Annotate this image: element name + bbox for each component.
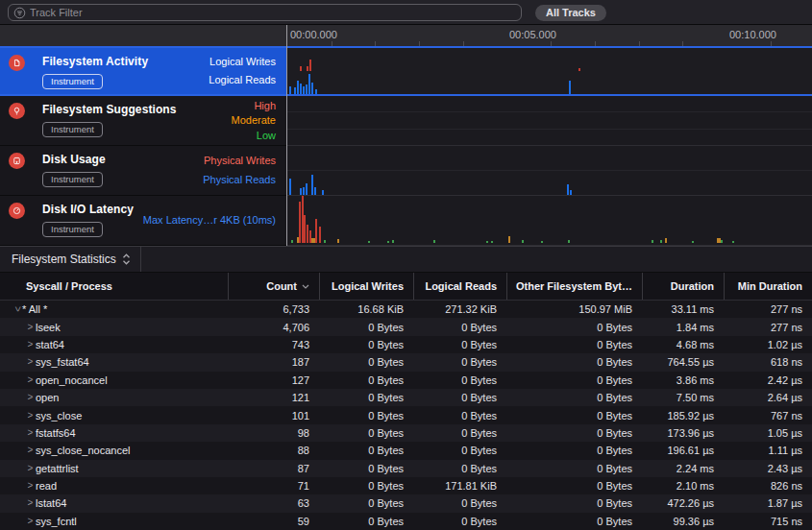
lane-logical-reads[interactable] bbox=[287, 71, 812, 94]
table-row[interactable]: >fstatfs64980 Bytes0 Bytes0 Bytes173.96 … bbox=[0, 424, 812, 442]
panel-divider[interactable] bbox=[286, 25, 287, 246]
table-cell: 173.96 µs bbox=[642, 427, 724, 439]
disclosure-expanded-icon[interactable]: > bbox=[12, 304, 22, 315]
track-list: Filesystem Activity Instrument Logical W… bbox=[0, 46, 812, 246]
table-cell: 0 Bytes bbox=[506, 410, 642, 422]
table-cell: 171.81 KiB bbox=[413, 480, 506, 492]
table-row[interactable]: >getattrlist870 Bytes0 Bytes0 Bytes2.24 … bbox=[0, 460, 812, 477]
disclosure-collapsed-icon[interactable]: > bbox=[25, 428, 36, 438]
table-row[interactable]: >* All *6,73316.68 KiB271.32 KiB150.97 M… bbox=[0, 301, 812, 318]
instrument-badge[interactable]: Instrument bbox=[42, 74, 103, 89]
table-row[interactable]: >sys_fcntl590 Bytes0 Bytes0 Bytes99.36 µ… bbox=[0, 513, 812, 530]
track-filter-input[interactable] bbox=[26, 7, 521, 18]
graph-bar bbox=[303, 187, 305, 195]
track-disk-usage[interactable]: Disk Usage Instrument Physical Writes Ph… bbox=[0, 146, 812, 196]
lane-latency[interactable] bbox=[287, 196, 812, 245]
table-cell: 0 Bytes bbox=[506, 392, 642, 403]
timeline-ruler[interactable]: 00:00.000 00:05.000 00:10.000 bbox=[0, 25, 812, 46]
table-cell: 764.55 µs bbox=[642, 356, 724, 368]
table-cell: 0 Bytes bbox=[413, 322, 506, 333]
detail-view-selector[interactable]: Filesystem Statistics bbox=[0, 247, 141, 272]
table-cell: 0 Bytes bbox=[413, 516, 506, 527]
table-row[interactable]: >lstat64630 Bytes0 Bytes0 Bytes472.26 µs… bbox=[0, 494, 812, 512]
disclosure-collapsed-icon[interactable]: > bbox=[25, 481, 36, 491]
track-filter-field[interactable] bbox=[8, 4, 522, 21]
graph-bar bbox=[392, 240, 394, 243]
graph-bar bbox=[721, 240, 723, 243]
track-header[interactable]: Disk I/O Latency Instrument Max Latency…… bbox=[0, 196, 287, 246]
instrument-badge[interactable]: Instrument bbox=[42, 172, 103, 187]
graph-bar bbox=[319, 227, 321, 243]
graph-bar bbox=[569, 81, 571, 94]
series-label-moderate: Moderate bbox=[232, 115, 276, 126]
table-cell: 0 Bytes bbox=[319, 480, 413, 492]
table-cell: 150.97 MiB bbox=[506, 303, 642, 315]
lane-logical-writes[interactable] bbox=[287, 48, 812, 71]
table-cell: 33.11 ms bbox=[642, 303, 724, 315]
table-cell: 2.42 µs bbox=[724, 374, 812, 386]
sort-descending-icon bbox=[302, 284, 309, 289]
column-header-logical-writes[interactable]: Logical Writes bbox=[319, 273, 413, 300]
series-label-logical-writes: Logical Writes bbox=[209, 57, 276, 67]
column-header-count[interactable]: Count bbox=[228, 273, 319, 300]
track-graph-disk-io-latency[interactable] bbox=[287, 196, 812, 246]
track-header[interactable]: Disk Usage Instrument Physical Writes Ph… bbox=[0, 146, 287, 196]
filesystem-suggestions-icon bbox=[9, 103, 25, 119]
graph-bar bbox=[433, 240, 435, 243]
table-cell: 0 Bytes bbox=[319, 410, 413, 422]
table-cell: 0 Bytes bbox=[506, 480, 642, 492]
disclosure-collapsed-icon[interactable]: > bbox=[25, 375, 36, 385]
column-header-duration[interactable]: Duration bbox=[642, 273, 724, 300]
track-disk-io-latency[interactable]: Disk I/O Latency Instrument Max Latency…… bbox=[0, 196, 812, 246]
disclosure-collapsed-icon[interactable]: > bbox=[25, 393, 36, 402]
syscall-name: read bbox=[36, 480, 57, 492]
track-header[interactable]: Filesystem Suggestions Instrument High M… bbox=[0, 96, 287, 146]
track-graph-filesystem-suggestions[interactable] bbox=[287, 96, 812, 146]
column-header-other-filesystem[interactable]: Other Filesystem Byt… bbox=[506, 273, 642, 300]
disclosure-collapsed-icon[interactable]: > bbox=[25, 446, 36, 455]
table-cell: 127 bbox=[228, 374, 319, 386]
table-cell: 1.87 µs bbox=[724, 497, 812, 509]
table-row[interactable]: >sys_fstat641870 Bytes0 Bytes0 Bytes764.… bbox=[0, 353, 812, 371]
lane-physical-reads[interactable] bbox=[287, 171, 812, 195]
table-row[interactable]: >sys_close1010 Bytes0 Bytes0 Bytes185.92… bbox=[0, 406, 812, 423]
graph-bar bbox=[568, 240, 570, 243]
column-header-min-duration[interactable]: Min Duration bbox=[724, 273, 812, 300]
track-filesystem-activity[interactable]: Filesystem Activity Instrument Logical W… bbox=[0, 46, 812, 96]
table-row[interactable]: >stat647430 Bytes0 Bytes0 Bytes4.68 ms1.… bbox=[0, 336, 812, 353]
column-header-syscall-process[interactable]: Syscall / Process bbox=[0, 273, 228, 300]
table-cell: 99.36 µs bbox=[642, 516, 724, 527]
syscall-name: sys_close_nocancel bbox=[36, 445, 130, 456]
track-graph-filesystem-activity[interactable] bbox=[287, 48, 812, 94]
graph-bar bbox=[315, 219, 317, 243]
table-row[interactable]: >open1210 Bytes0 Bytes0 Bytes7.50 ms2.64… bbox=[0, 389, 812, 406]
disclosure-collapsed-icon[interactable]: > bbox=[25, 323, 36, 332]
lane-high[interactable] bbox=[287, 96, 812, 112]
table-row[interactable]: >lseek4,7060 Bytes0 Bytes0 Bytes1.84 ms2… bbox=[0, 318, 812, 335]
disclosure-collapsed-icon[interactable]: > bbox=[25, 517, 36, 526]
lane-low[interactable] bbox=[287, 130, 812, 145]
lane-moderate[interactable] bbox=[287, 112, 812, 129]
table-row[interactable]: >sys_close_nocancel880 Bytes0 Bytes0 Byt… bbox=[0, 442, 812, 459]
column-header-logical-reads[interactable]: Logical Reads bbox=[413, 273, 506, 300]
lane-physical-writes[interactable] bbox=[287, 146, 812, 171]
disclosure-collapsed-icon[interactable]: > bbox=[25, 357, 36, 367]
disclosure-collapsed-icon[interactable]: > bbox=[25, 411, 36, 421]
all-tracks-button[interactable]: All Tracks bbox=[535, 5, 606, 21]
table-row[interactable]: >read710 Bytes171.81 KiB0 Bytes2.10 ms82… bbox=[0, 477, 812, 494]
track-graph-disk-usage[interactable] bbox=[287, 146, 812, 196]
disk-io-latency-icon bbox=[9, 203, 25, 219]
disclosure-collapsed-icon[interactable]: > bbox=[25, 498, 36, 508]
graph-bar bbox=[315, 89, 317, 94]
instrument-badge[interactable]: Instrument bbox=[42, 122, 103, 137]
syscall-name: fstatfs64 bbox=[36, 427, 76, 439]
instrument-badge[interactable]: Instrument bbox=[42, 222, 103, 237]
track-header[interactable]: Filesystem Activity Instrument Logical W… bbox=[0, 48, 287, 94]
graph-bar bbox=[289, 179, 291, 195]
table-row[interactable]: >open_nocancel1270 Bytes0 Bytes0 Bytes3.… bbox=[0, 372, 812, 389]
table-cell: 767 ns bbox=[724, 410, 812, 422]
disclosure-collapsed-icon[interactable]: > bbox=[25, 340, 36, 349]
table-body: >* All *6,73316.68 KiB271.32 KiB150.97 M… bbox=[0, 301, 812, 530]
disclosure-collapsed-icon[interactable]: > bbox=[25, 464, 36, 473]
track-filesystem-suggestions[interactable]: Filesystem Suggestions Instrument High M… bbox=[0, 96, 812, 146]
